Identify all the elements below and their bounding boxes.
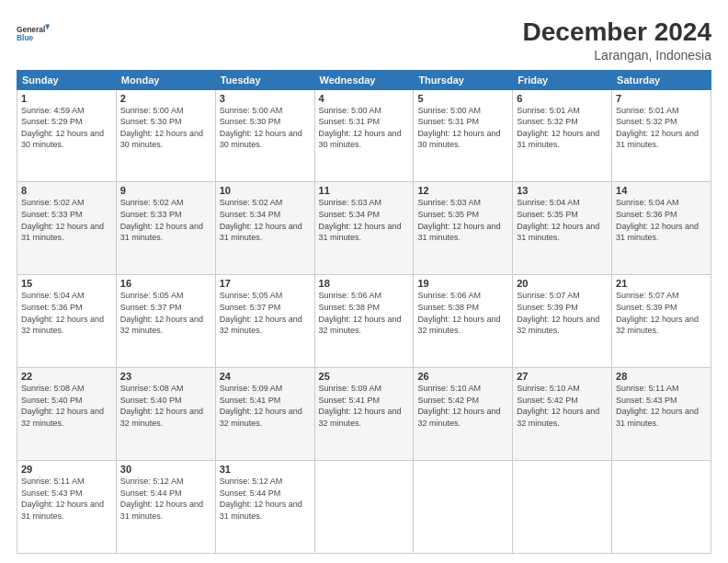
calendar-cell: 24 Sunrise: 5:09 AM Sunset: 5:41 PM Dayl…: [215, 368, 314, 461]
calendar-cell: 9 Sunrise: 5:02 AM Sunset: 5:33 PM Dayli…: [116, 182, 215, 275]
day-number: 9: [120, 185, 211, 196]
col-header-tuesday: Tuesday: [215, 70, 314, 89]
col-header-saturday: Saturday: [612, 70, 711, 89]
generalblue-logo-icon: General Blue: [17, 17, 50, 50]
day-info: Sunrise: 5:04 AM Sunset: 5:36 PM Dayligh…: [616, 197, 707, 243]
day-info: Sunrise: 5:11 AM Sunset: 5:43 PM Dayligh…: [616, 383, 707, 429]
calendar-cell: [513, 461, 612, 554]
calendar-cell: 16 Sunrise: 5:05 AM Sunset: 5:37 PM Dayl…: [116, 275, 215, 368]
calendar-cell: 2 Sunrise: 5:00 AM Sunset: 5:30 PM Dayli…: [116, 89, 215, 182]
calendar-cell: 25 Sunrise: 5:09 AM Sunset: 5:41 PM Dayl…: [314, 368, 414, 461]
day-info: Sunrise: 5:09 AM Sunset: 5:41 PM Dayligh…: [319, 383, 410, 429]
calendar-cell: 22 Sunrise: 5:08 AM Sunset: 5:40 PM Dayl…: [17, 368, 117, 461]
day-info: Sunrise: 5:08 AM Sunset: 5:40 PM Dayligh…: [21, 383, 112, 429]
calendar-cell: 4 Sunrise: 5:00 AM Sunset: 5:31 PM Dayli…: [314, 89, 414, 182]
day-number: 29: [21, 464, 112, 475]
calendar-cell: 20 Sunrise: 5:07 AM Sunset: 5:39 PM Dayl…: [513, 275, 612, 368]
calendar-cell: 11 Sunrise: 5:03 AM Sunset: 5:34 PM Dayl…: [314, 182, 414, 275]
day-number: 27: [517, 371, 608, 382]
col-header-friday: Friday: [513, 70, 612, 89]
day-info: Sunrise: 5:08 AM Sunset: 5:40 PM Dayligh…: [120, 383, 211, 429]
calendar-cell: 18 Sunrise: 5:06 AM Sunset: 5:38 PM Dayl…: [314, 275, 414, 368]
day-info: Sunrise: 5:09 AM Sunset: 5:41 PM Dayligh…: [220, 383, 311, 429]
day-info: Sunrise: 5:00 AM Sunset: 5:30 PM Dayligh…: [120, 105, 211, 151]
calendar-cell: [314, 461, 414, 554]
day-number: 31: [220, 464, 311, 475]
day-number: 17: [220, 278, 311, 289]
calendar-cell: [414, 461, 513, 554]
day-info: Sunrise: 5:02 AM Sunset: 5:34 PM Dayligh…: [220, 197, 311, 243]
calendar-cell: 13 Sunrise: 5:04 AM Sunset: 5:35 PM Dayl…: [513, 182, 612, 275]
calendar-cell: 8 Sunrise: 5:02 AM Sunset: 5:33 PM Dayli…: [17, 182, 117, 275]
day-info: Sunrise: 5:00 AM Sunset: 5:31 PM Dayligh…: [417, 105, 508, 151]
day-number: 11: [319, 185, 410, 196]
calendar-header-row: SundayMondayTuesdayWednesdayThursdayFrid…: [17, 70, 711, 89]
day-number: 21: [616, 278, 707, 289]
day-info: Sunrise: 5:06 AM Sunset: 5:38 PM Dayligh…: [417, 290, 508, 336]
day-info: Sunrise: 5:01 AM Sunset: 5:32 PM Dayligh…: [616, 105, 707, 151]
day-info: Sunrise: 5:05 AM Sunset: 5:37 PM Dayligh…: [120, 290, 211, 336]
calendar-cell: 23 Sunrise: 5:08 AM Sunset: 5:40 PM Dayl…: [116, 368, 215, 461]
day-info: Sunrise: 5:12 AM Sunset: 5:44 PM Dayligh…: [220, 476, 311, 522]
calendar-cell: 7 Sunrise: 5:01 AM Sunset: 5:32 PM Dayli…: [612, 89, 711, 182]
day-info: Sunrise: 5:02 AM Sunset: 5:33 PM Dayligh…: [21, 197, 112, 243]
day-number: 23: [120, 371, 211, 382]
calendar-cell: 29 Sunrise: 5:11 AM Sunset: 5:43 PM Dayl…: [17, 461, 117, 554]
day-number: 24: [220, 371, 311, 382]
day-info: Sunrise: 5:10 AM Sunset: 5:42 PM Dayligh…: [417, 383, 508, 429]
col-header-sunday: Sunday: [17, 70, 117, 89]
calendar-cell: 14 Sunrise: 5:04 AM Sunset: 5:36 PM Dayl…: [612, 182, 711, 275]
day-info: Sunrise: 5:00 AM Sunset: 5:30 PM Dayligh…: [220, 105, 311, 151]
calendar-week-1: 1 Sunrise: 4:59 AM Sunset: 5:29 PM Dayli…: [17, 89, 711, 182]
calendar-table: SundayMondayTuesdayWednesdayThursdayFrid…: [17, 70, 711, 554]
logo: General Blue: [17, 17, 50, 50]
day-info: Sunrise: 5:07 AM Sunset: 5:39 PM Dayligh…: [517, 290, 608, 336]
day-info: Sunrise: 5:12 AM Sunset: 5:44 PM Dayligh…: [120, 476, 211, 522]
day-number: 14: [616, 185, 707, 196]
col-header-wednesday: Wednesday: [314, 70, 414, 89]
calendar-cell: 27 Sunrise: 5:10 AM Sunset: 5:42 PM Dayl…: [513, 368, 612, 461]
calendar-cell: 19 Sunrise: 5:06 AM Sunset: 5:38 PM Dayl…: [414, 275, 513, 368]
calendar-cell: 12 Sunrise: 5:03 AM Sunset: 5:35 PM Dayl…: [414, 182, 513, 275]
calendar-week-4: 22 Sunrise: 5:08 AM Sunset: 5:40 PM Dayl…: [17, 368, 711, 461]
day-info: Sunrise: 5:06 AM Sunset: 5:38 PM Dayligh…: [319, 290, 410, 336]
day-number: 8: [21, 185, 112, 196]
day-number: 10: [220, 185, 311, 196]
calendar-cell: [612, 461, 711, 554]
day-number: 2: [120, 93, 211, 104]
col-header-thursday: Thursday: [414, 70, 513, 89]
calendar-cell: 3 Sunrise: 5:00 AM Sunset: 5:30 PM Dayli…: [215, 89, 314, 182]
day-info: Sunrise: 5:04 AM Sunset: 5:35 PM Dayligh…: [517, 197, 608, 243]
day-info: Sunrise: 5:03 AM Sunset: 5:34 PM Dayligh…: [319, 197, 410, 243]
calendar-cell: 10 Sunrise: 5:02 AM Sunset: 5:34 PM Dayl…: [215, 182, 314, 275]
main-title: December 2024: [523, 17, 711, 48]
calendar-cell: 5 Sunrise: 5:00 AM Sunset: 5:31 PM Dayli…: [414, 89, 513, 182]
day-number: 30: [120, 464, 211, 475]
calendar-cell: 1 Sunrise: 4:59 AM Sunset: 5:29 PM Dayli…: [17, 89, 117, 182]
day-number: 16: [120, 278, 211, 289]
day-number: 13: [517, 185, 608, 196]
subtitle: Larangan, Indonesia: [523, 48, 711, 63]
day-info: Sunrise: 4:59 AM Sunset: 5:29 PM Dayligh…: [21, 105, 112, 151]
day-info: Sunrise: 5:00 AM Sunset: 5:31 PM Dayligh…: [319, 105, 410, 151]
calendar-cell: 21 Sunrise: 5:07 AM Sunset: 5:39 PM Dayl…: [612, 275, 711, 368]
page: General Blue December 2024 Larangan, Ind…: [0, 0, 728, 563]
calendar-week-2: 8 Sunrise: 5:02 AM Sunset: 5:33 PM Dayli…: [17, 182, 711, 275]
day-info: Sunrise: 5:05 AM Sunset: 5:37 PM Dayligh…: [220, 290, 311, 336]
day-info: Sunrise: 5:02 AM Sunset: 5:33 PM Dayligh…: [120, 197, 211, 243]
calendar-cell: 15 Sunrise: 5:04 AM Sunset: 5:36 PM Dayl…: [17, 275, 117, 368]
calendar-week-3: 15 Sunrise: 5:04 AM Sunset: 5:36 PM Dayl…: [17, 275, 711, 368]
col-header-monday: Monday: [116, 70, 215, 89]
day-number: 18: [319, 278, 410, 289]
day-number: 4: [319, 93, 410, 104]
day-number: 25: [319, 371, 410, 382]
day-number: 20: [517, 278, 608, 289]
calendar-week-5: 29 Sunrise: 5:11 AM Sunset: 5:43 PM Dayl…: [17, 461, 711, 554]
calendar-cell: 6 Sunrise: 5:01 AM Sunset: 5:32 PM Dayli…: [513, 89, 612, 182]
calendar-cell: 17 Sunrise: 5:05 AM Sunset: 5:37 PM Dayl…: [215, 275, 314, 368]
svg-text:General: General: [17, 25, 45, 34]
day-number: 6: [517, 93, 608, 104]
day-number: 28: [616, 371, 707, 382]
calendar-cell: 30 Sunrise: 5:12 AM Sunset: 5:44 PM Dayl…: [116, 461, 215, 554]
header: General Blue December 2024 Larangan, Ind…: [17, 17, 711, 63]
